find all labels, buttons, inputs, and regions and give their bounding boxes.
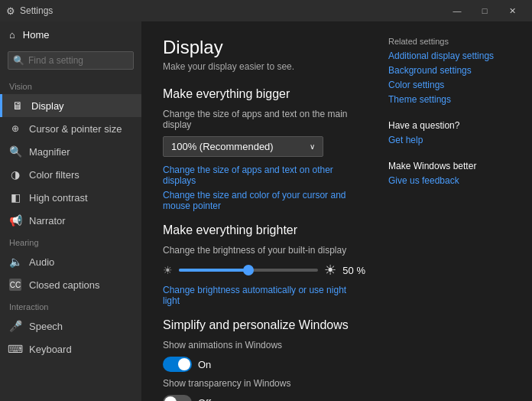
search-input[interactable] (28, 55, 128, 66)
display-icon: 🖥 (11, 99, 24, 112)
cursor-size-link[interactable]: Change the size and color of your cursor… (163, 190, 365, 211)
speech-icon: 🎤 (9, 320, 21, 332)
get-help-link[interactable]: Get help (388, 135, 511, 145)
section-bigger-title: Make everything bigger (163, 87, 365, 101)
sidebar-item-magnifier[interactable]: 🔍 Magnifier (0, 140, 141, 163)
sidebar-item-colorfilters[interactable]: ◑ Color filters (0, 163, 141, 186)
colorfilters-icon: ◑ (9, 168, 21, 181)
sidebar-item-speech[interactable]: 🎤 Speech (0, 315, 141, 337)
highcontrast-icon: ◧ (9, 191, 21, 204)
sidebar-speech-label: Speech (29, 321, 63, 332)
audio-icon: 🔈 (9, 256, 21, 268)
sidebar-item-keyboard[interactable]: ⌨ Keyboard (0, 337, 141, 360)
brightness-percent: 50 % (342, 265, 365, 276)
titlebar-left: ⚙ Settings (6, 5, 53, 17)
feedback-link[interactable]: Give us feedback (388, 175, 511, 186)
related-additional-display[interactable]: Additional display settings (388, 51, 511, 61)
animations-toggle[interactable] (163, 357, 192, 372)
transparency-toggle-knob (164, 396, 177, 401)
content-inner: Display Make your display easier to see.… (163, 37, 511, 401)
close-button[interactable]: ✕ (498, 0, 526, 21)
app-container: ⌂ Home 🔍 Vision 🖥 Display ⊕ Cursor & poi… (0, 21, 532, 401)
content-area: Display Make your display easier to see.… (141, 21, 532, 401)
cursor-icon: ⊕ (9, 122, 21, 135)
minimize-button[interactable]: — (443, 0, 471, 21)
brighter-setting-label: Change the brightness of your built-in d… (163, 245, 365, 256)
keyboard-icon: ⌨ (9, 343, 21, 355)
slider-thumb (243, 265, 254, 275)
sidebar: ⌂ Home 🔍 Vision 🖥 Display ⊕ Cursor & poi… (0, 21, 141, 401)
section-hearing-label: Hearing (0, 232, 141, 250)
animations-toggle-knob (178, 358, 190, 370)
page-title: Display (163, 37, 365, 58)
sidebar-magnifier-label: Magnifier (29, 146, 70, 158)
brightness-row: ☀ ☀ 50 % (163, 262, 365, 279)
slider-fill (179, 269, 248, 272)
sidebar-cursor-label: Cursor & pointer size (29, 123, 122, 135)
related-theme[interactable]: Theme settings (388, 94, 511, 105)
sidebar-item-highcontrast[interactable]: ◧ High contrast (0, 186, 141, 209)
related-color[interactable]: Color settings (388, 80, 511, 90)
related-settings-panel: Related settings Additional display sett… (388, 37, 511, 401)
home-label: Home (23, 29, 50, 41)
settings-icon: ⚙ (6, 5, 15, 17)
titlebar: ⚙ Settings — □ ✕ (0, 0, 532, 21)
sidebar-narrator-label: Narrator (29, 215, 66, 227)
related-title: Related settings (388, 37, 511, 46)
sidebar-keyboard-label: Keyboard (29, 344, 72, 355)
search-box[interactable]: 🔍 (8, 51, 134, 70)
bigger-setting-label: Change the size of apps and text on the … (163, 109, 365, 130)
sidebar-highcontrast-label: High contrast (29, 192, 88, 204)
narrator-icon: 📢 (9, 214, 21, 227)
magnifier-icon: 🔍 (9, 145, 21, 158)
sidebar-home[interactable]: ⌂ Home (0, 21, 141, 48)
related-background[interactable]: Background settings (388, 65, 511, 76)
animations-toggle-row: On (163, 357, 365, 372)
feedback-section: Make Windows better Give us feedback (388, 161, 511, 186)
section-simplify-title: Simplify and personalize Windows (163, 318, 365, 332)
sun-low-icon: ☀ (163, 264, 173, 276)
sidebar-colorfilters-label: Color filters (29, 169, 79, 181)
sidebar-item-display[interactable]: 🖥 Display (0, 94, 141, 117)
transparency-toggle[interactable] (163, 395, 192, 401)
titlebar-controls: — □ ✕ (443, 0, 526, 21)
sidebar-item-cursor[interactable]: ⊕ Cursor & pointer size (0, 117, 141, 140)
search-icon: 🔍 (13, 55, 24, 66)
question-title: Have a question? (388, 120, 511, 131)
sun-high-icon: ☀ (324, 262, 336, 279)
sidebar-item-captions[interactable]: CC Closed captions (0, 273, 141, 296)
sidebar-item-narrator[interactable]: 📢 Narrator (0, 209, 141, 232)
question-section: Have a question? Get help (388, 120, 511, 145)
section-interaction-label: Interaction (0, 296, 141, 315)
captions-icon: CC (9, 279, 21, 291)
transparency-label: Show transparency in Windows (163, 378, 365, 389)
sidebar-display-label: Display (31, 100, 64, 112)
content-main: Display Make your display easier to see.… (163, 37, 365, 401)
section-brighter-title: Make everything brighter (163, 223, 365, 237)
related-links-section: Related settings Additional display sett… (388, 37, 511, 105)
transparency-toggle-row: Off (163, 395, 365, 401)
size-dropdown-value: 100% (Recommended) (171, 141, 274, 152)
animations-label: Show animations in Windows (163, 340, 365, 350)
maximize-button[interactable]: □ (471, 0, 498, 21)
sidebar-captions-label: Closed captions (29, 279, 100, 291)
sidebar-item-audio[interactable]: 🔈 Audio (0, 250, 141, 273)
page-subtitle: Make your display easier to see. (163, 61, 365, 72)
home-icon: ⌂ (9, 29, 15, 41)
feedback-title: Make Windows better (388, 161, 511, 171)
size-dropdown-chevron: ∨ (310, 142, 315, 151)
nightlight-link[interactable]: Change brightness automatically or use n… (163, 285, 365, 306)
section-vision-label: Vision (0, 76, 141, 94)
sidebar-audio-label: Audio (29, 256, 54, 268)
brightness-slider[interactable] (179, 269, 318, 272)
size-dropdown[interactable]: 100% (Recommended) ∨ (163, 136, 323, 157)
titlebar-title: Settings (20, 5, 53, 16)
transparency-toggle-label: Off (198, 397, 211, 402)
animations-toggle-label: On (198, 359, 211, 370)
other-displays-link[interactable]: Change the size of apps and text on othe… (163, 165, 365, 186)
